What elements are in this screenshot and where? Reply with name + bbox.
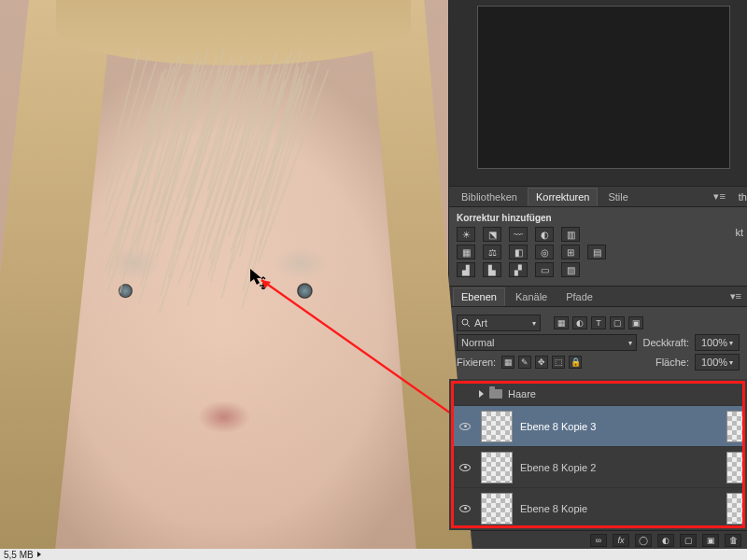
tab-korrekturen[interactable]: Korrekturen [528,188,598,206]
layer-row[interactable]: Ebene 8 Kopie 2 [453,446,743,487]
layers-footer: ⌘ ∞ fx ◯ ◐ ▢ ▣ 🗑 [449,530,747,549]
adj-levels-icon[interactable]: ⬔ [483,227,501,242]
mask-thumbnail[interactable] [726,493,745,525]
link-icon[interactable]: ∞ [590,534,607,547]
adj-vibrance-icon[interactable]: ▥ [561,227,580,242]
adjustment-layer-icon[interactable]: ◐ [657,534,674,547]
adj-photo-filter-icon[interactable]: ◎ [535,245,554,259]
visibility-toggle[interactable] [457,505,473,512]
layer-thumbnail[interactable] [481,493,513,525]
filter-type-icon[interactable]: T [591,316,606,329]
group-name: Haare [508,388,536,399]
tab-bibliotheken[interactable]: Bibliotheken [453,188,526,206]
adj-gradient-map-icon[interactable]: ▭ [535,262,554,277]
adj-balance-icon[interactable]: ⚖ [483,245,501,259]
truncated-text-2: kt [735,227,743,238]
corrections-panel: Korrektur hinzufügen kt ☀ ⬔ 〰 ◐ ▥ ▦ ⚖ ◧ … [449,207,747,287]
adj-exposure-icon[interactable]: ◐ [535,227,554,242]
lock-all-icon[interactable]: 🔒 [569,356,582,369]
adj-lut-icon[interactable]: ▤ [587,245,606,259]
layer-thumbnail[interactable] [481,411,513,442]
filter-adjust-icon[interactable]: ◐ [572,316,587,329]
right-panels: BibliothekenKorrekturenStile ▾≡ th Korre… [448,0,747,549]
document-canvas[interactable] [0,0,448,549]
mask-thumbnail[interactable] [726,411,745,442]
adj-brightness-icon[interactable]: ☀ [457,227,475,242]
visibility-toggle[interactable] [457,464,473,471]
panel-menu-icon[interactable]: ▾≡ [725,290,747,302]
corrections-tabbar: BibliothekenKorrekturenStile ▾≡ th [449,187,747,207]
layers-list: Haare Ebene 8 Kopie 3Ebene 8 Kopie 2Eben… [449,379,747,530]
folder-icon [489,389,502,399]
fill-label: Fläche: [655,357,689,368]
layer-row[interactable]: Ebene 8 Kopie 3 [453,405,743,446]
adj-hue-icon[interactable]: ▦ [457,245,475,259]
layer-name[interactable]: Ebene 8 Kopie 2 [520,462,740,473]
layer-name[interactable]: Ebene 8 Kopie [520,503,740,514]
svg-marker-4 [261,280,271,288]
fill-input[interactable]: 100%▾ [695,354,740,371]
add-correction-label: Korrektur hinzufügen [457,213,740,223]
layer-group-row[interactable]: Haare [453,383,743,405]
adj-bw-icon[interactable]: ◧ [509,245,528,259]
truncated-text: th [739,191,747,203]
doc-size: 5,5 MB [4,550,34,560]
filter-pixel-icon[interactable]: ▦ [554,316,569,329]
adj-curves-icon[interactable]: 〰 [509,227,528,242]
expand-triangle-icon[interactable] [479,390,484,398]
mask-icon[interactable]: ◯ [635,534,652,547]
filter-smart-icon[interactable]: ▣ [628,316,643,329]
lock-artboard-icon[interactable]: ⬚ [552,356,565,369]
fx-icon[interactable]: fx [613,534,629,547]
opacity-input[interactable]: 100%▾ [695,334,740,351]
tab-stile[interactable]: Stile [599,188,636,206]
adj-selective-icon[interactable]: ▨ [561,262,580,277]
status-bar: 5,5 MB [0,549,747,560]
group-icon[interactable]: ▢ [680,534,697,547]
layer-name[interactable]: Ebene 8 Kopie 3 [520,421,740,432]
layer-row[interactable]: Ebene 8 Kopie [453,487,743,528]
navigator-panel[interactable] [449,0,747,187]
panel-menu-icon[interactable]: ▾≡ [708,190,730,203]
status-menu-icon[interactable] [37,552,41,557]
trash-icon[interactable]: 🗑 [725,534,741,547]
mask-thumbnail[interactable] [726,452,745,483]
adj-invert-icon[interactable]: ▟ [457,262,475,277]
layer-thumbnail[interactable] [481,452,513,483]
svg-line-3 [261,280,458,418]
opacity-label: Deckkraft: [642,337,689,348]
new-layer-icon[interactable]: ▣ [702,534,719,547]
adj-threshold-icon[interactable]: ▞ [509,262,528,277]
brush-strokes [121,56,327,299]
filter-shape-icon[interactable]: ▢ [610,316,625,329]
visibility-toggle[interactable] [457,423,473,430]
tab-pfade[interactable]: Pfade [557,287,601,306]
adj-channel-mixer-icon[interactable]: ⊞ [561,245,580,259]
adj-posterize-icon[interactable]: ▙ [483,262,501,277]
